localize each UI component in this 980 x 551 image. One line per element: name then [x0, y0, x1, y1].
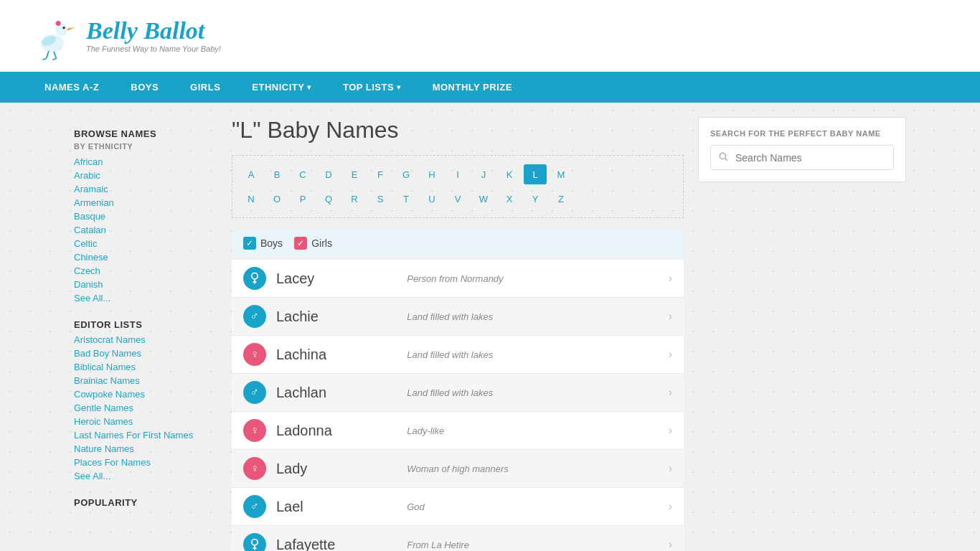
search-box: SEARCH FOR THE PERFECT BABY NAME [698, 117, 906, 182]
male-symbol-3: ♂ [250, 500, 259, 513]
arrow-lacey: › [669, 272, 672, 285]
both-gender-symbol [248, 271, 262, 286]
alpha-Z[interactable]: Z [550, 189, 573, 209]
alpha-J[interactable]: J [472, 164, 495, 184]
alpha-K[interactable]: K [498, 164, 521, 184]
boys-checkbox-icon: ✓ [243, 237, 256, 250]
meaning-lafayette: From La Hetire [407, 540, 668, 550]
alpha-D[interactable]: D [317, 164, 340, 184]
male-symbol: ♂ [250, 310, 259, 323]
sidebar-item-chinese[interactable]: Chinese [74, 250, 217, 264]
alpha-F[interactable]: F [369, 164, 392, 184]
sidebar-item-cowpoke[interactable]: Cowpoke Names [74, 387, 217, 401]
name-row[interactable]: ♂ Lachie Land filled with lakes › [232, 298, 684, 336]
name-row[interactable]: ♀ Lady Woman of high manners › [232, 450, 684, 488]
girls-filter[interactable]: ✓ Girls [294, 237, 332, 250]
search-icon [711, 146, 735, 169]
meaning-lael: God [407, 501, 668, 512]
sidebar-item-last-names[interactable]: Last Names For First Names [74, 428, 217, 442]
alpha-A[interactable]: A [240, 164, 263, 184]
alpha-R[interactable]: R [343, 189, 366, 209]
alpha-N[interactable]: N [240, 189, 263, 209]
svg-marker-2 [67, 27, 75, 31]
gender-icon-lachie: ♂ [243, 305, 266, 328]
svg-line-4 [47, 51, 50, 59]
svg-line-17 [725, 159, 727, 161]
svg-point-9 [56, 21, 61, 26]
left-sidebar: BROWSE NAMES BY ETHNICITY African Arabic… [74, 117, 217, 551]
sidebar-item-places[interactable]: Places For Names [74, 456, 217, 469]
filter-row: ✓ Boys ✓ Girls [232, 230, 684, 257]
arrow-ladonna: › [669, 424, 672, 437]
sidebar-item-african[interactable]: African [74, 155, 217, 169]
svg-point-13 [252, 540, 258, 545]
girls-filter-label: Girls [311, 237, 332, 249]
alpha-C[interactable]: C [291, 164, 314, 184]
sidebar-item-basque[interactable]: Basque [74, 209, 217, 223]
alpha-O[interactable]: O [265, 189, 288, 209]
alpha-W[interactable]: W [472, 189, 495, 209]
svg-point-16 [720, 153, 725, 159]
logo-subtitle: The Funnest Way to Name Your Baby! [86, 44, 221, 53]
sidebar-item-heroic[interactable]: Heroic Names [74, 415, 217, 428]
nav-ethnicity[interactable]: ETHNICITY ▾ [236, 72, 327, 103]
sidebar-see-all-editor[interactable]: See All... [74, 469, 217, 483]
nav-names-az[interactable]: NAMES A-Z [29, 72, 115, 103]
sidebar-item-arabic[interactable]: Arabic [74, 169, 217, 182]
meaning-lachlan: Land filled with lakes [407, 387, 668, 398]
alpha-B[interactable]: B [265, 164, 288, 184]
logo-text-area: Belly Ballot The Funnest Way to Name You… [86, 19, 221, 53]
alpha-U[interactable]: U [420, 189, 443, 209]
sidebar-see-all-ethnicity[interactable]: See All... [74, 291, 217, 305]
sidebar-item-danish[interactable]: Danish [74, 278, 217, 291]
boys-filter-label: Boys [260, 237, 283, 249]
name-row[interactable]: ♀ Ladonna Lady-like › [232, 412, 684, 450]
sidebar-item-czech[interactable]: Czech [74, 264, 217, 278]
sidebar-item-gentle[interactable]: Gentle Names [74, 401, 217, 415]
svg-line-6 [42, 59, 46, 60]
sidebar-item-aramaic[interactable]: Aramaic [74, 182, 217, 196]
alpha-X[interactable]: X [498, 189, 521, 209]
name-row[interactable]: ♂ Lachlan Land filled with lakes › [232, 374, 684, 412]
sidebar-item-brainiac[interactable]: Brainiac Names [74, 374, 217, 387]
alphabet-navigation: A B C D E F G H I J K L M N O P Q R S [232, 155, 684, 218]
alpha-I[interactable]: I [446, 164, 469, 184]
alpha-E[interactable]: E [343, 164, 366, 184]
nav-girls[interactable]: GIRLS [174, 72, 236, 103]
name-lachlan: Lachlan [276, 385, 407, 401]
nav-monthly-prize[interactable]: MONTHLY PRIZE [417, 72, 528, 103]
meaning-lachina: Land filled with lakes [407, 349, 668, 360]
alpha-T[interactable]: T [395, 189, 418, 209]
alpha-P[interactable]: P [291, 189, 314, 209]
name-row[interactable]: Lafayette From La Hetire › [232, 526, 684, 551]
search-section-label: SEARCH FOR THE PERFECT BABY NAME [710, 129, 894, 138]
alpha-M[interactable]: M [550, 164, 573, 184]
name-row[interactable]: ♂ Lael God › [232, 488, 684, 526]
arrow-lachie: › [669, 310, 672, 323]
alpha-L[interactable]: L [524, 164, 547, 184]
alpha-V[interactable]: V [446, 189, 469, 209]
meaning-lachie: Land filled with lakes [407, 311, 668, 322]
search-input[interactable] [735, 146, 893, 169]
editor-lists-title: EDITOR LISTS [74, 319, 217, 330]
name-row[interactable]: Lacey Person from Normandy › [232, 260, 684, 298]
alpha-Y[interactable]: Y [524, 189, 547, 209]
sidebar-item-biblical[interactable]: Biblical Names [74, 360, 217, 374]
sidebar-item-bad-boy[interactable]: Bad Boy Names [74, 347, 217, 360]
name-lachina: Lachina [276, 347, 407, 363]
alpha-Q[interactable]: Q [317, 189, 340, 209]
nav-boys[interactable]: BOYS [115, 72, 174, 103]
alpha-H[interactable]: H [420, 164, 443, 184]
boys-filter[interactable]: ✓ Boys [243, 237, 283, 250]
name-row[interactable]: ♀ Lachina Land filled with lakes › [232, 336, 684, 374]
nav-top-lists[interactable]: TOP LISTS ▾ [327, 72, 417, 103]
sidebar-item-catalan[interactable]: Catalan [74, 223, 217, 237]
gender-icon-lael: ♂ [243, 495, 266, 518]
sidebar-item-celtic[interactable]: Celtic [74, 237, 217, 250]
alpha-G[interactable]: G [395, 164, 418, 184]
sidebar-item-nature[interactable]: Nature Names [74, 442, 217, 456]
alpha-S[interactable]: S [369, 189, 392, 209]
sidebar-item-aristocrat[interactable]: Aristocrat Names [74, 333, 217, 347]
sidebar-item-armenian[interactable]: Armenian [74, 196, 217, 209]
gender-icon-lachlan: ♂ [243, 381, 266, 404]
